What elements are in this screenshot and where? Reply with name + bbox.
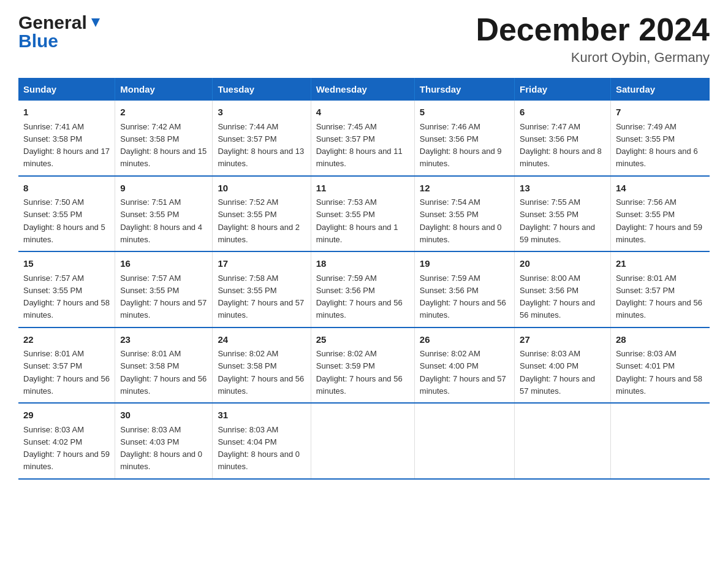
day-number: 28 bbox=[616, 333, 705, 347]
day-sunset: Sunset: 3:56 PM bbox=[420, 286, 479, 295]
day-daylight: Daylight: 8 hours and 17 minutes. bbox=[23, 147, 110, 168]
day-daylight: Daylight: 8 hours and 0 minutes. bbox=[420, 223, 502, 244]
day-sunrise: Sunrise: 7:59 AM bbox=[420, 274, 480, 283]
day-cell: 17Sunrise: 7:58 AMSunset: 3:55 PMDayligh… bbox=[213, 251, 311, 327]
day-daylight: Daylight: 8 hours and 15 minutes. bbox=[120, 147, 207, 168]
day-cell bbox=[515, 403, 611, 479]
day-sunset: Sunset: 3:58 PM bbox=[218, 361, 276, 370]
day-daylight: Daylight: 8 hours and 13 minutes. bbox=[218, 147, 304, 168]
day-sunrise: Sunrise: 8:01 AM bbox=[23, 349, 84, 358]
day-sunrise: Sunrise: 8:03 AM bbox=[616, 349, 677, 358]
day-daylight: Daylight: 8 hours and 9 minutes. bbox=[420, 147, 502, 168]
day-sunset: Sunset: 3:55 PM bbox=[218, 210, 276, 219]
header-row: SundayMondayTuesdayWednesdayThursdayFrid… bbox=[18, 78, 710, 101]
header-sunday: Sunday bbox=[18, 78, 115, 101]
title-area: December 2024 Kurort Oybin, Germany bbox=[476, 12, 710, 66]
day-sunrise: Sunrise: 8:03 AM bbox=[23, 425, 84, 434]
day-sunset: Sunset: 3:57 PM bbox=[218, 134, 276, 144]
day-daylight: Daylight: 7 hours and 56 minutes. bbox=[23, 374, 110, 396]
day-cell: 4Sunrise: 7:45 AMSunset: 3:57 PMDaylight… bbox=[311, 101, 414, 176]
day-sunset: Sunset: 4:04 PM bbox=[218, 437, 276, 446]
day-cell: 19Sunrise: 7:59 AMSunset: 3:56 PMDayligh… bbox=[414, 251, 514, 327]
day-sunrise: Sunrise: 7:41 AM bbox=[23, 122, 84, 131]
day-sunrise: Sunrise: 7:57 AM bbox=[120, 274, 181, 283]
header-monday: Monday bbox=[115, 78, 213, 101]
day-sunset: Sunset: 4:00 PM bbox=[520, 361, 578, 370]
week-row-5: 29Sunrise: 8:03 AMSunset: 4:02 PMDayligh… bbox=[18, 403, 710, 479]
day-number: 23 bbox=[120, 333, 207, 347]
header-friday: Friday bbox=[515, 78, 611, 101]
day-daylight: Daylight: 8 hours and 1 minute. bbox=[316, 223, 398, 244]
day-cell: 12Sunrise: 7:54 AMSunset: 3:55 PMDayligh… bbox=[414, 176, 514, 252]
day-sunset: Sunset: 3:57 PM bbox=[316, 134, 375, 144]
day-sunset: Sunset: 3:58 PM bbox=[23, 134, 82, 144]
day-number: 9 bbox=[120, 182, 207, 196]
day-sunrise: Sunrise: 7:55 AM bbox=[520, 197, 580, 207]
day-cell: 6Sunrise: 7:47 AMSunset: 3:56 PMDaylight… bbox=[515, 101, 611, 176]
day-daylight: Daylight: 7 hours and 58 minutes. bbox=[23, 298, 110, 320]
day-sunrise: Sunrise: 7:58 AM bbox=[218, 274, 278, 283]
day-sunrise: Sunrise: 7:59 AM bbox=[316, 274, 377, 283]
day-cell: 31Sunrise: 8:03 AMSunset: 4:04 PMDayligh… bbox=[213, 403, 311, 479]
day-sunrise: Sunrise: 7:46 AM bbox=[420, 122, 480, 131]
day-sunrise: Sunrise: 8:01 AM bbox=[120, 349, 181, 358]
week-row-3: 15Sunrise: 7:57 AMSunset: 3:55 PMDayligh… bbox=[18, 251, 710, 327]
calendar-title: December 2024 bbox=[476, 12, 710, 47]
day-daylight: Daylight: 7 hours and 57 minutes. bbox=[120, 298, 207, 320]
day-cell: 18Sunrise: 7:59 AMSunset: 3:56 PMDayligh… bbox=[311, 251, 414, 327]
day-sunrise: Sunrise: 7:50 AM bbox=[23, 197, 84, 207]
day-sunset: Sunset: 3:55 PM bbox=[616, 210, 675, 219]
day-sunset: Sunset: 3:59 PM bbox=[316, 361, 375, 370]
day-number: 30 bbox=[120, 408, 207, 423]
header-saturday: Saturday bbox=[610, 78, 710, 101]
day-cell: 26Sunrise: 8:02 AMSunset: 4:00 PMDayligh… bbox=[414, 327, 514, 404]
day-cell: 1Sunrise: 7:41 AMSunset: 3:58 PMDaylight… bbox=[18, 101, 115, 176]
day-sunset: Sunset: 3:55 PM bbox=[420, 210, 479, 219]
calendar-subtitle: Kurort Oybin, Germany bbox=[476, 50, 710, 66]
day-sunrise: Sunrise: 8:00 AM bbox=[520, 274, 580, 283]
day-cell: 11Sunrise: 7:53 AMSunset: 3:55 PMDayligh… bbox=[311, 176, 414, 252]
header-thursday: Thursday bbox=[414, 78, 514, 101]
day-sunset: Sunset: 3:58 PM bbox=[120, 134, 179, 144]
day-daylight: Daylight: 7 hours and 59 minutes. bbox=[616, 223, 702, 244]
day-cell: 28Sunrise: 8:03 AMSunset: 4:01 PMDayligh… bbox=[610, 327, 710, 404]
day-number: 27 bbox=[520, 333, 605, 347]
day-cell: 22Sunrise: 8:01 AMSunset: 3:57 PMDayligh… bbox=[18, 327, 115, 404]
day-daylight: Daylight: 8 hours and 4 minutes. bbox=[120, 223, 202, 244]
day-number: 26 bbox=[420, 333, 509, 347]
day-sunset: Sunset: 3:57 PM bbox=[23, 361, 82, 370]
day-cell: 27Sunrise: 8:03 AMSunset: 4:00 PMDayligh… bbox=[515, 327, 611, 404]
day-daylight: Daylight: 7 hours and 56 minutes. bbox=[616, 298, 702, 320]
day-sunset: Sunset: 3:55 PM bbox=[23, 210, 82, 219]
day-sunrise: Sunrise: 8:02 AM bbox=[316, 349, 377, 358]
day-cell: 23Sunrise: 8:01 AMSunset: 3:58 PMDayligh… bbox=[115, 327, 213, 404]
day-sunset: Sunset: 3:55 PM bbox=[616, 134, 675, 144]
day-cell: 16Sunrise: 7:57 AMSunset: 3:55 PMDayligh… bbox=[115, 251, 213, 327]
week-row-2: 8Sunrise: 7:50 AMSunset: 3:55 PMDaylight… bbox=[18, 176, 710, 252]
day-sunset: Sunset: 3:55 PM bbox=[23, 286, 82, 295]
day-sunrise: Sunrise: 8:01 AM bbox=[616, 274, 677, 283]
day-daylight: Daylight: 7 hours and 58 minutes. bbox=[616, 374, 702, 396]
day-daylight: Daylight: 7 hours and 56 minutes. bbox=[316, 298, 403, 320]
day-sunrise: Sunrise: 7:47 AM bbox=[520, 122, 580, 131]
day-daylight: Daylight: 7 hours and 59 minutes. bbox=[23, 450, 110, 471]
day-number: 31 bbox=[218, 408, 305, 423]
day-cell: 25Sunrise: 8:02 AMSunset: 3:59 PMDayligh… bbox=[311, 327, 414, 404]
day-sunrise: Sunrise: 7:49 AM bbox=[616, 122, 677, 131]
day-sunset: Sunset: 3:55 PM bbox=[316, 210, 375, 219]
logo-arrow-icon bbox=[89, 16, 102, 29]
day-number: 8 bbox=[23, 182, 110, 196]
day-number: 5 bbox=[420, 105, 509, 120]
day-sunset: Sunset: 3:56 PM bbox=[420, 134, 479, 144]
day-number: 21 bbox=[616, 257, 705, 271]
day-cell bbox=[414, 403, 514, 479]
day-number: 16 bbox=[120, 257, 207, 271]
day-sunrise: Sunrise: 7:56 AM bbox=[616, 197, 677, 207]
day-cell: 2Sunrise: 7:42 AMSunset: 3:58 PMDaylight… bbox=[115, 101, 213, 176]
day-number: 22 bbox=[23, 333, 110, 347]
day-sunset: Sunset: 3:56 PM bbox=[316, 286, 375, 295]
day-number: 20 bbox=[520, 257, 605, 271]
day-sunrise: Sunrise: 7:54 AM bbox=[420, 197, 480, 207]
day-cell: 20Sunrise: 8:00 AMSunset: 3:56 PMDayligh… bbox=[515, 251, 611, 327]
day-number: 17 bbox=[218, 257, 305, 271]
